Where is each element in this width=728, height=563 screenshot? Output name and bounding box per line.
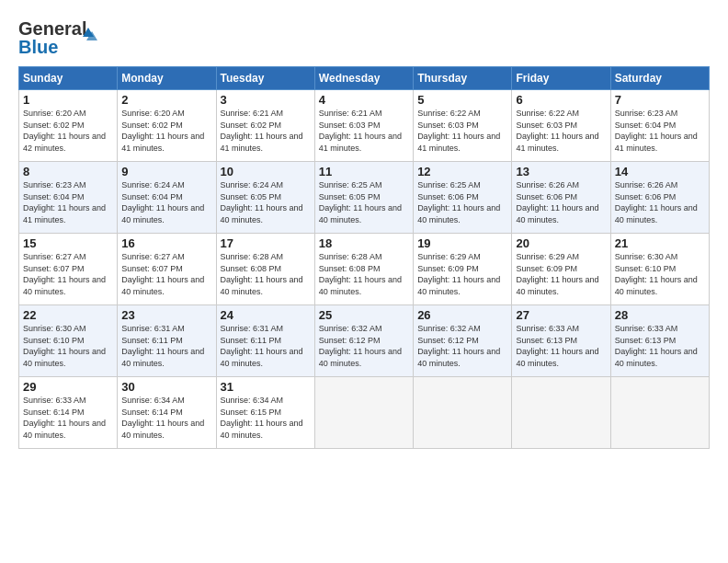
- calendar-cell: 8 Sunrise: 6:23 AMSunset: 6:04 PMDayligh…: [19, 162, 118, 234]
- calendar-cell: 28 Sunrise: 6:33 AMSunset: 6:13 PMDaylig…: [610, 305, 709, 377]
- calendar-cell: 30 Sunrise: 6:34 AMSunset: 6:14 PMDaylig…: [118, 377, 216, 449]
- calendar-cell: 19 Sunrise: 6:29 AMSunset: 6:09 PMDaylig…: [414, 234, 512, 305]
- day-number: 28: [615, 308, 705, 322]
- day-number: 3: [221, 93, 311, 107]
- day-number: 29: [23, 380, 113, 394]
- calendar-cell: 20 Sunrise: 6:29 AMSunset: 6:09 PMDaylig…: [512, 234, 610, 305]
- day-number: 22: [23, 308, 113, 322]
- day-info: Sunrise: 6:20 AMSunset: 6:02 PMDaylight:…: [121, 109, 204, 153]
- day-info: Sunrise: 6:27 AMSunset: 6:07 PMDaylight:…: [23, 252, 106, 296]
- calendar-cell: [314, 377, 413, 449]
- header: General Blue: [18, 17, 710, 57]
- calendar-cell: 16 Sunrise: 6:27 AMSunset: 6:07 PMDaylig…: [118, 234, 216, 305]
- day-info: Sunrise: 6:22 AMSunset: 6:03 PMDaylight:…: [417, 109, 500, 153]
- weekday-header: Tuesday: [216, 67, 314, 90]
- svg-text:General: General: [18, 18, 86, 39]
- calendar-cell: 24 Sunrise: 6:31 AMSunset: 6:11 PMDaylig…: [216, 305, 314, 377]
- calendar-cell: 15 Sunrise: 6:27 AMSunset: 6:07 PMDaylig…: [19, 234, 118, 305]
- day-number: 10: [221, 165, 311, 178]
- day-number: 25: [319, 308, 409, 322]
- day-number: 9: [121, 165, 211, 178]
- day-info: Sunrise: 6:23 AMSunset: 6:04 PMDaylight:…: [615, 109, 698, 153]
- calendar-cell: 11 Sunrise: 6:25 AMSunset: 6:05 PMDaylig…: [314, 162, 413, 234]
- calendar-cell: 26 Sunrise: 6:32 AMSunset: 6:12 PMDaylig…: [414, 305, 512, 377]
- day-number: 2: [121, 93, 211, 107]
- weekday-header: Monday: [118, 67, 216, 90]
- day-number: 12: [417, 165, 507, 178]
- day-info: Sunrise: 6:31 AMSunset: 6:11 PMDaylight:…: [221, 324, 303, 368]
- calendar-week-row: 29 Sunrise: 6:33 AMSunset: 6:14 PMDaylig…: [19, 377, 710, 449]
- day-info: Sunrise: 6:22 AMSunset: 6:03 PMDaylight:…: [516, 109, 598, 153]
- calendar-cell: 6 Sunrise: 6:22 AMSunset: 6:03 PMDayligh…: [512, 90, 610, 162]
- day-number: 8: [23, 165, 113, 178]
- calendar-cell: 27 Sunrise: 6:33 AMSunset: 6:13 PMDaylig…: [512, 305, 610, 377]
- calendar-cell: 17 Sunrise: 6:28 AMSunset: 6:08 PMDaylig…: [216, 234, 314, 305]
- calendar-cell: 1 Sunrise: 6:20 AMSunset: 6:02 PMDayligh…: [19, 90, 118, 162]
- day-info: Sunrise: 6:31 AMSunset: 6:11 PMDaylight:…: [121, 324, 204, 368]
- calendar-cell: 10 Sunrise: 6:24 AMSunset: 6:05 PMDaylig…: [216, 162, 314, 234]
- day-number: 4: [319, 93, 409, 107]
- day-number: 24: [221, 308, 311, 322]
- day-info: Sunrise: 6:20 AMSunset: 6:02 PMDaylight:…: [23, 109, 106, 153]
- weekday-header: Saturday: [610, 67, 709, 90]
- day-info: Sunrise: 6:21 AMSunset: 6:03 PMDaylight:…: [319, 109, 402, 153]
- day-info: Sunrise: 6:28 AMSunset: 6:08 PMDaylight:…: [221, 252, 303, 296]
- weekday-header: Thursday: [414, 67, 512, 90]
- calendar-cell: 3 Sunrise: 6:21 AMSunset: 6:02 PMDayligh…: [216, 90, 314, 162]
- day-info: Sunrise: 6:34 AMSunset: 6:14 PMDaylight:…: [121, 396, 204, 440]
- day-info: Sunrise: 6:34 AMSunset: 6:15 PMDaylight:…: [221, 396, 303, 440]
- calendar-cell: 4 Sunrise: 6:21 AMSunset: 6:03 PMDayligh…: [314, 90, 413, 162]
- calendar-cell: [610, 377, 709, 449]
- day-number: 1: [23, 93, 113, 107]
- day-info: Sunrise: 6:26 AMSunset: 6:06 PMDaylight:…: [615, 180, 698, 224]
- day-info: Sunrise: 6:25 AMSunset: 6:06 PMDaylight:…: [417, 180, 500, 224]
- day-number: 17: [221, 236, 311, 250]
- svg-text:Blue: Blue: [18, 37, 58, 57]
- day-number: 30: [121, 380, 211, 394]
- day-info: Sunrise: 6:21 AMSunset: 6:02 PMDaylight:…: [221, 109, 303, 153]
- day-number: 13: [516, 165, 606, 178]
- day-info: Sunrise: 6:30 AMSunset: 6:10 PMDaylight:…: [615, 252, 698, 296]
- day-number: 31: [221, 380, 311, 394]
- day-info: Sunrise: 6:32 AMSunset: 6:12 PMDaylight:…: [319, 324, 402, 368]
- day-number: 19: [417, 236, 507, 250]
- day-info: Sunrise: 6:29 AMSunset: 6:09 PMDaylight:…: [417, 252, 500, 296]
- calendar-cell: 31 Sunrise: 6:34 AMSunset: 6:15 PMDaylig…: [216, 377, 314, 449]
- day-info: Sunrise: 6:29 AMSunset: 6:09 PMDaylight:…: [516, 252, 598, 296]
- day-number: 11: [319, 165, 409, 178]
- day-info: Sunrise: 6:27 AMSunset: 6:07 PMDaylight:…: [121, 252, 204, 296]
- calendar-cell: 29 Sunrise: 6:33 AMSunset: 6:14 PMDaylig…: [19, 377, 118, 449]
- calendar-cell: 22 Sunrise: 6:30 AMSunset: 6:10 PMDaylig…: [19, 305, 118, 377]
- calendar-cell: 7 Sunrise: 6:23 AMSunset: 6:04 PMDayligh…: [610, 90, 709, 162]
- calendar-week-row: 15 Sunrise: 6:27 AMSunset: 6:07 PMDaylig…: [19, 234, 710, 305]
- calendar-week-row: 1 Sunrise: 6:20 AMSunset: 6:02 PMDayligh…: [19, 90, 710, 162]
- day-number: 5: [417, 93, 507, 107]
- calendar-cell: [414, 377, 512, 449]
- day-number: 21: [615, 236, 705, 250]
- calendar-cell: 9 Sunrise: 6:24 AMSunset: 6:04 PMDayligh…: [118, 162, 216, 234]
- day-info: Sunrise: 6:25 AMSunset: 6:05 PMDaylight:…: [319, 180, 402, 224]
- logo: General Blue: [18, 17, 101, 57]
- day-info: Sunrise: 6:30 AMSunset: 6:10 PMDaylight:…: [23, 324, 106, 368]
- day-info: Sunrise: 6:28 AMSunset: 6:08 PMDaylight:…: [319, 252, 402, 296]
- calendar-table: SundayMondayTuesdayWednesdayThursdayFrid…: [18, 66, 710, 449]
- day-info: Sunrise: 6:33 AMSunset: 6:14 PMDaylight:…: [23, 396, 106, 440]
- calendar-cell: 23 Sunrise: 6:31 AMSunset: 6:11 PMDaylig…: [118, 305, 216, 377]
- weekday-header: Friday: [512, 67, 610, 90]
- day-number: 16: [121, 236, 211, 250]
- day-info: Sunrise: 6:24 AMSunset: 6:04 PMDaylight:…: [121, 180, 204, 224]
- weekday-header: Wednesday: [314, 67, 413, 90]
- calendar-cell: 5 Sunrise: 6:22 AMSunset: 6:03 PMDayligh…: [414, 90, 512, 162]
- calendar-header-row: SundayMondayTuesdayWednesdayThursdayFrid…: [19, 67, 710, 90]
- calendar-week-row: 8 Sunrise: 6:23 AMSunset: 6:04 PMDayligh…: [19, 162, 710, 234]
- page: General Blue SundayMondayTuesdayWednesda…: [0, 0, 728, 563]
- day-number: 26: [417, 308, 507, 322]
- calendar-cell: 21 Sunrise: 6:30 AMSunset: 6:10 PMDaylig…: [610, 234, 709, 305]
- day-number: 7: [615, 93, 705, 107]
- calendar-cell: 14 Sunrise: 6:26 AMSunset: 6:06 PMDaylig…: [610, 162, 709, 234]
- calendar-cell: 12 Sunrise: 6:25 AMSunset: 6:06 PMDaylig…: [414, 162, 512, 234]
- calendar-cell: 2 Sunrise: 6:20 AMSunset: 6:02 PMDayligh…: [118, 90, 216, 162]
- calendar-cell: [512, 377, 610, 449]
- calendar-cell: 13 Sunrise: 6:26 AMSunset: 6:06 PMDaylig…: [512, 162, 610, 234]
- day-number: 18: [319, 236, 409, 250]
